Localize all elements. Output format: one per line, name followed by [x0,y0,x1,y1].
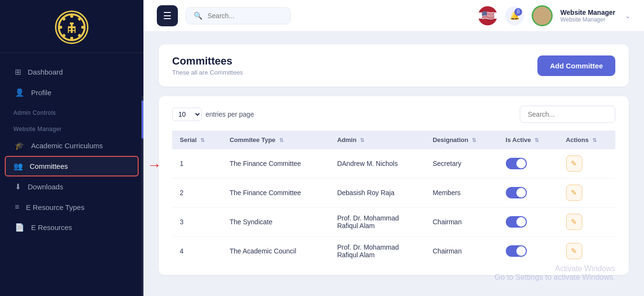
website-manager-label: Website Manager [0,119,143,135]
main-content: ☰ 🔍 🇺🇸 🔔 0 Website Manager Web [143,0,644,296]
edit-button-0[interactable]: ✎ [566,155,582,172]
flag-emoji: 🇺🇸 [481,10,494,22]
edit-button-1[interactable]: ✎ [566,185,582,201]
e-resources-icon: 📄 [15,223,24,232]
sidebar-item-label: Downloads [28,183,63,191]
sidebar: ⊞ Dashboard 👤 Profile Admin Controls Web… [0,0,143,296]
sidebar-item-profile[interactable]: 👤 Profile [0,82,143,103]
sidebar-item-committees[interactable]: 👥 Committees [5,156,139,176]
downloads-icon: ⬇ [15,182,21,191]
dashboard-icon: ⊞ [15,67,21,77]
notification-button[interactable]: 🔔 0 [505,6,524,25]
cell-serial-1: 2 [172,178,222,208]
sidebar-item-academic-curriculums[interactable]: 🎓 Academic Curriculums [0,135,143,156]
add-committee-button[interactable]: Add Committee [537,55,615,76]
toggle-thumb-2 [516,217,526,227]
topbar-search-bar: 🔍 [186,7,291,24]
sidebar-item-label: Committees [30,162,68,170]
sidebar-item-e-resource-types[interactable]: ≡ E Resource Types [0,197,143,217]
cell-admin-2: Prof. Dr. MohammadRafiqul Alam [329,208,425,237]
committees-wrapper: 👥 Committees → [0,156,143,176]
svg-rect-16 [73,31,75,33]
col-is-active[interactable]: Is Active ⇅ [498,131,558,149]
cell-type-0: The Finance Committee [222,149,329,178]
col-commitee-type[interactable]: Commitee Type ⇅ [222,131,329,149]
table-controls: 10 25 50 100 entries per page [172,106,615,123]
svg-rect-11 [69,24,71,26]
sidebar-item-label: Academic Curriculums [31,142,103,150]
sidebar-item-label: Profile [31,88,52,97]
sidebar-item-label: E Resources [31,223,72,231]
topbar: ☰ 🔍 🇺🇸 🔔 0 Website Manager Web [143,0,644,31]
logo-image [55,11,88,44]
toggle-active-0[interactable] [506,158,527,169]
toggle-thumb-1 [516,188,526,197]
col-is-active-label: Is Active [506,136,531,143]
cell-actions-0: ✎ [558,149,615,178]
toggle-active-3[interactable] [506,245,527,257]
toggle-thumb-3 [516,246,526,256]
cell-admin-1: Debasish Roy Raja [329,178,425,208]
svg-rect-15 [69,31,71,33]
admin-controls-label: Admin Controls [0,103,143,119]
cell-serial-0: 1 [172,149,222,178]
sidebar-item-label: Dashboard [28,68,63,76]
e-resource-types-icon: ≡ [15,203,19,211]
committees-icon: 👥 [13,162,23,171]
table-row: 1 The Finance Committee DAndrew M. Nicho… [172,149,615,178]
cell-actions-3: ✎ [558,237,615,266]
toggle-active-1[interactable] [506,187,527,198]
menu-button[interactable]: ☰ [157,5,178,26]
svg-rect-3 [58,26,62,29]
col-designation[interactable]: Designation ⇅ [425,131,498,149]
sidebar-item-e-resources[interactable]: 📄 E Resources [0,217,143,238]
profile-icon: 👤 [15,88,24,97]
sidebar-item-dashboard[interactable]: ⊞ Dashboard [0,62,143,82]
sort-arrows-actions: ⇅ [592,137,597,143]
toggle-active-2[interactable] [506,216,527,228]
cell-admin-3: Prof. Dr. MohammadRafiqul Alam [329,237,425,266]
svg-rect-14 [73,28,75,30]
table-search-input[interactable] [520,106,615,123]
entries-control: 10 25 50 100 entries per page [172,108,254,121]
svg-point-17 [539,11,546,17]
sidebar-item-downloads[interactable]: ⬇ Downloads [0,176,143,197]
cell-designation-2: Chairman [425,208,498,237]
svg-rect-2 [70,37,73,41]
table-row: 4 The Academic Council Prof. Dr. Mohamma… [172,237,615,266]
col-designation-label: Designation [433,136,468,143]
sort-arrows-active: ⇅ [535,137,539,143]
cell-type-3: The Academic Council [222,237,329,266]
user-role: Website Manager [560,16,615,23]
sidebar-item-label: E Resource Types [26,203,84,211]
cell-active-2 [498,208,558,237]
svg-rect-1 [70,14,73,18]
edit-button-2[interactable]: ✎ [566,214,582,230]
cell-designation-3: Chairman [425,237,498,266]
cell-type-1: The Finance Committee [222,178,329,208]
cell-designation-0: Secretary [425,149,498,178]
table-section: 10 25 50 100 entries per page Serial ⇅ [159,96,629,275]
scrollbar [142,96,143,296]
sidebar-nav: ⊞ Dashboard 👤 Profile Admin Controls Web… [0,53,143,296]
col-serial-label: Serial [180,136,196,143]
col-serial[interactable]: Serial ⇅ [172,131,222,149]
language-flag-button[interactable]: 🇺🇸 [478,6,497,25]
entries-label: entries per page [206,110,254,118]
page-header-text: Committees These all are Committees [172,55,243,76]
sort-arrows-type: ⇅ [279,137,284,143]
topbar-search-icon: 🔍 [194,11,203,20]
topbar-search-input[interactable] [207,12,274,20]
table-body: 1 The Finance Committee DAndrew M. Nicho… [172,149,615,265]
page-subtitle: These all are Committees [172,69,243,76]
col-admin[interactable]: Admin ⇅ [329,131,425,149]
cell-type-2: The Syndicate [222,208,329,237]
page-header: Committees These all are Committees Add … [159,44,629,87]
edit-button-3[interactable]: ✎ [566,243,582,259]
col-actions[interactable]: Actions ⇅ [558,131,615,149]
col-admin-label: Admin [337,136,356,143]
entries-per-page-select[interactable]: 10 25 50 100 [172,108,202,121]
cell-actions-2: ✎ [558,208,615,237]
user-menu-chevron[interactable]: ⌄ [625,12,631,20]
col-actions-label: Actions [566,136,589,143]
